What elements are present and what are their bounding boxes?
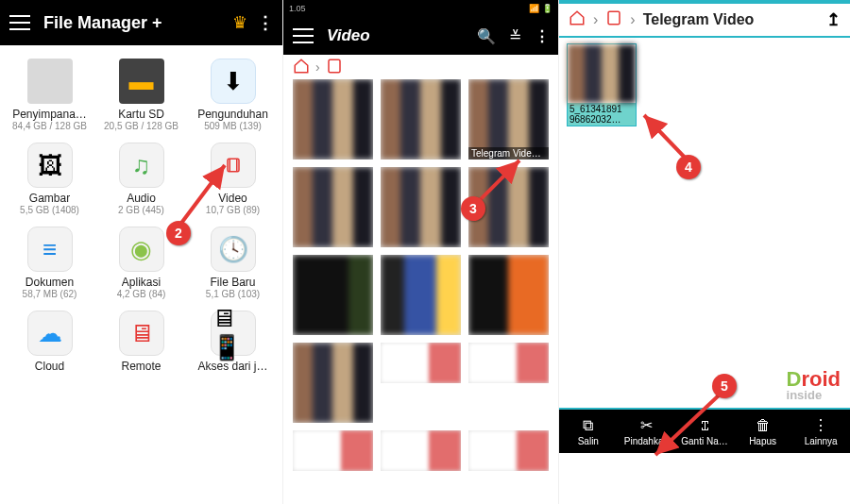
category-audio[interactable]: ♫ Audio 2 GB (445) (97, 139, 185, 219)
video-thumb[interactable] (381, 255, 461, 335)
panel-telegram-video: › › Telegram Video ↥ 5_61341891 96862032… (559, 0, 850, 504)
category-images[interactable]: 🖼 Gambar 5,5 GB (1408) (6, 139, 94, 219)
overflow-icon[interactable]: ⋮ (535, 27, 549, 45)
annotation-badge-4: 4 (676, 155, 701, 179)
category-cloud[interactable]: ☁ Cloud (6, 307, 94, 377)
breadcrumb: › (283, 55, 558, 79)
category-label: Dokumen (26, 276, 74, 289)
category-label: Audio (127, 192, 156, 205)
panel-video-folder: 1.05 📶 🔋 Video 🔍 ≚ ⋮ › Telegram Video… (283, 0, 559, 504)
delete-button[interactable]: 🗑 Hapus (734, 410, 792, 453)
button-label: Pindahkan (624, 436, 669, 446)
annotation-badge-2: 2 (166, 221, 191, 245)
category-grid: Penyimpana… 84,4 GB / 128 GB ▬ Kartu SD … (0, 45, 282, 386)
category-sub: 10,7 GB (89) (206, 205, 260, 215)
sd-card-icon: ▬ (119, 59, 164, 104)
film-icon (326, 58, 343, 77)
category-label: Akses dari j… (197, 360, 267, 373)
video-thumb[interactable] (381, 167, 461, 247)
status-time: 1.05 (289, 4, 306, 13)
category-internal-storage[interactable]: Penyimpana… 84,4 GB / 128 GB (6, 55, 94, 135)
category-video[interactable]: Video 10,7 GB (89) (189, 139, 277, 219)
storage-icon (27, 59, 73, 104)
video-thumb[interactable] (293, 430, 373, 471)
download-icon: ⬇ (211, 59, 256, 104)
video-thumb[interactable] (468, 343, 549, 383)
video-thumb[interactable] (293, 255, 373, 335)
video-thumb[interactable] (468, 255, 549, 335)
music-icon: ♫ (119, 143, 164, 188)
selected-video-file[interactable]: 5_61341891 96862032… (567, 43, 637, 126)
watermark: Droid inside (787, 367, 841, 402)
filename: 5_61341891 96862032… (568, 103, 636, 126)
category-new-files[interactable]: 🕓 File Baru 5,1 GB (103) (189, 223, 277, 303)
category-sd-card[interactable]: ▬ Kartu SD 20,5 GB / 128 GB (97, 55, 185, 135)
svg-rect-4 (608, 11, 620, 25)
overflow-icon: ⋮ (813, 416, 828, 434)
category-documents[interactable]: ≡ Dokumen 58,7 MB (62) (6, 223, 94, 303)
copy-icon: ⧉ (583, 417, 593, 434)
video-folder-telegram[interactable]: Telegram Video… (468, 79, 549, 160)
video-thumb[interactable] (381, 430, 461, 471)
copy-button[interactable]: ⧉ Salin (559, 410, 618, 453)
action-toolbar: ⧉ Salin ✂ Pindahkan Ɪ Ganti Na… 🗑 Hapus … (559, 408, 850, 453)
category-label: Video (218, 192, 246, 205)
video-thumb[interactable] (293, 167, 373, 247)
category-sub: 5,5 GB (1408) (20, 205, 79, 215)
button-label: Hapus (749, 436, 776, 446)
annotation-badge-5: 5 (712, 374, 737, 398)
svg-rect-3 (329, 59, 340, 73)
video-thumb[interactable] (381, 343, 461, 383)
home-icon[interactable] (569, 9, 586, 30)
overflow-icon[interactable]: ⋮ (257, 12, 273, 33)
breadcrumb-current: Telegram Video (643, 11, 755, 28)
menu-icon[interactable] (9, 15, 30, 30)
film-icon (211, 143, 256, 188)
video-thumb[interactable] (381, 79, 461, 160)
home-icon[interactable] (293, 58, 310, 77)
panel-file-manager: File Manager + ♛ ⋮ Penyimpana… 84,4 GB /… (0, 0, 283, 504)
category-label: File Baru (210, 276, 255, 289)
folder-body: 5_61341891 96862032… Droid inside ⧉ Sali… (559, 38, 850, 453)
crown-icon[interactable]: ♛ (232, 12, 247, 33)
document-icon: ≡ (27, 227, 73, 272)
film-icon (605, 9, 622, 30)
status-bar: 1.05 📶 🔋 (283, 0, 558, 17)
video-thumb[interactable] (293, 79, 373, 160)
sort-icon[interactable]: ≚ (509, 27, 521, 45)
video-thumbnail-grid: Telegram Video… (283, 79, 558, 471)
monitor-icon: 🖥 (119, 311, 164, 356)
chevron-right-icon: › (593, 11, 598, 28)
text-cursor-icon: Ɪ (701, 417, 708, 434)
category-sub: 84,4 GB / 128 GB (12, 121, 87, 131)
clock-icon: 🕓 (211, 227, 256, 272)
menu-icon[interactable] (293, 28, 314, 43)
category-label: Cloud (35, 360, 64, 373)
category-sub: 4,2 GB (84) (117, 289, 166, 299)
app-header: File Manager + ♛ ⋮ (0, 0, 282, 45)
up-icon[interactable]: ↥ (826, 9, 841, 30)
category-remote[interactable]: 🖥 Remote (97, 307, 185, 377)
more-button[interactable]: ⋮ Lainnya (791, 410, 850, 453)
category-sub: 5,1 GB (103) (206, 289, 260, 299)
category-network-access[interactable]: 🖥📱 Akses dari j… (189, 307, 277, 377)
rename-button[interactable]: Ɪ Ganti Na… (675, 410, 734, 453)
move-button[interactable]: ✂ Pindahkan (618, 410, 676, 453)
cloud-icon: ☁ (27, 311, 73, 356)
video-thumb[interactable] (468, 430, 549, 471)
header-title: Video (327, 26, 464, 45)
video-thumb[interactable] (293, 343, 373, 423)
folder-header: › › Telegram Video ↥ (559, 0, 850, 38)
category-label: Pengunduhan (197, 108, 268, 121)
chevron-right-icon: › (630, 11, 635, 28)
folder-label: Telegram Video… (468, 147, 549, 160)
chevron-right-icon: › (315, 59, 320, 75)
search-icon[interactable]: 🔍 (477, 27, 496, 45)
category-downloads[interactable]: ⬇ Pengunduhan 509 MB (139) (189, 55, 277, 135)
category-sub: 20,5 GB / 128 GB (104, 121, 178, 131)
video-header: Video 🔍 ≚ ⋮ (283, 17, 558, 55)
category-label: Kartu SD (118, 108, 164, 121)
category-label: Penyimpana… (12, 108, 87, 121)
button-label: Ganti Na… (681, 436, 727, 446)
category-label: Remote (121, 360, 161, 373)
